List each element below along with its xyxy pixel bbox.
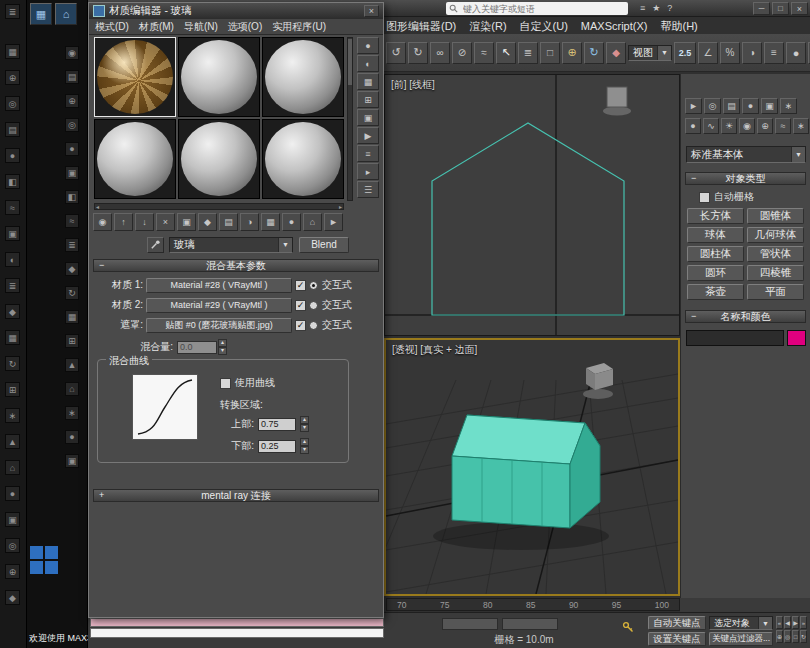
dock-tool-icon[interactable]: ◆ [65, 262, 79, 276]
dock-tool-icon[interactable]: ≣ [5, 278, 20, 293]
dock-tool-icon[interactable]: ▣ [65, 166, 79, 180]
mix-amount-spinner[interactable]: ▴▾ [218, 339, 227, 355]
slot-scrollbar-vertical[interactable] [347, 37, 353, 201]
auto-key-button[interactable]: 自动关键点 [648, 616, 706, 630]
material-tool-icon[interactable]: ◐ [357, 55, 379, 72]
select-and-link-icon[interactable]: ∞ [430, 42, 450, 64]
mini-listener-strip[interactable] [90, 628, 384, 638]
dock-tool-icon[interactable]: ◧ [5, 174, 20, 189]
material-tool-icon[interactable]: ◑ [240, 213, 259, 231]
key-filters-button[interactable]: 关键点过滤器... [709, 632, 773, 646]
category-icon[interactable]: ≈ [775, 118, 791, 134]
material-tool-icon[interactable]: ◆ [198, 213, 217, 231]
titlebar-icon[interactable]: ★ [652, 3, 660, 13]
object-type-button[interactable]: 管状体 [747, 246, 804, 262]
material-tool-icon[interactable]: ● [357, 37, 379, 54]
material-slot[interactable] [94, 37, 176, 117]
menu-item[interactable]: 选项(O) [228, 20, 262, 34]
menu-item[interactable]: 材质(M) [139, 20, 174, 34]
material-slot[interactable] [178, 119, 260, 199]
house-model[interactable] [452, 415, 600, 528]
dock-tool-icon[interactable]: ▦ [5, 330, 20, 345]
titlebar-icon[interactable]: ? [667, 3, 672, 13]
percent-snap-icon[interactable]: % [720, 42, 740, 64]
dock-tool-icon[interactable]: ≈ [65, 214, 79, 228]
search-input[interactable] [461, 3, 625, 15]
material-name-dropdown[interactable]: 玻璃▼ [169, 237, 293, 253]
category-icon[interactable]: ∿ [703, 118, 719, 134]
dock-tool-icon[interactable]: ● [5, 486, 20, 501]
material-tool-icon[interactable]: ▣ [177, 213, 196, 231]
select-and-scale-icon[interactable]: ◆ [606, 42, 626, 64]
dock-tool-icon[interactable]: ◧ [65, 190, 79, 204]
material-tool-icon[interactable]: ⌂ [303, 213, 322, 231]
menu-item[interactable]: 模式(D) [95, 20, 129, 34]
dock-tool-icon[interactable]: ◎ [5, 538, 20, 553]
mental-ray-rollout[interactable]: +mental ray 连接 [93, 489, 379, 502]
dock-tool-icon[interactable]: ⊞ [5, 382, 20, 397]
viewport-nav-icon[interactable]: ↻ [800, 630, 807, 643]
taskbar-tiles[interactable] [30, 546, 60, 574]
dock-tool-icon[interactable]: ↻ [65, 286, 79, 300]
status-field-1[interactable] [442, 618, 498, 630]
material-slot[interactable] [262, 37, 344, 117]
house-wireframe[interactable] [432, 123, 624, 315]
panel-tab-icon[interactable]: ∗ [780, 98, 797, 114]
viewport-nav-icon[interactable]: ▶ [792, 616, 799, 629]
material-tool-icon[interactable]: ≡ [357, 145, 379, 162]
object-type-button[interactable]: 茶壶 [687, 284, 744, 300]
dock-tool-icon[interactable]: ∗ [65, 406, 79, 420]
material-slot[interactable] [178, 37, 260, 117]
dock-tool-icon[interactable]: ⊕ [65, 94, 79, 108]
menu-item[interactable]: 图形编辑器(D) [386, 19, 456, 34]
panel-tab-icon[interactable]: ▤ [723, 98, 740, 114]
object-type-button[interactable]: 圆锥体 [747, 208, 804, 224]
scroll-left-icon[interactable]: ◂ [96, 203, 99, 210]
viewport-nav-icon[interactable]: ◀ [784, 616, 791, 629]
dock-tool-icon[interactable]: ▲ [65, 358, 79, 372]
scene-object-box[interactable] [583, 363, 613, 399]
autogrid-checkbox[interactable] [699, 192, 710, 203]
key-mode-dropdown[interactable]: 选定对象▼ [709, 616, 773, 630]
material-tool-icon[interactable]: ● [282, 213, 301, 231]
minimize-icon[interactable]: ─ [753, 2, 770, 15]
dock-tool-icon[interactable]: ◆ [5, 590, 20, 605]
object-name-field[interactable] [686, 330, 784, 346]
material-slot[interactable] [262, 119, 344, 199]
close-icon[interactable]: × [364, 5, 379, 17]
category-icon[interactable]: ⊕ [757, 118, 773, 134]
material-tool-icon[interactable]: ▦ [357, 73, 379, 90]
category-icon[interactable]: ● [685, 118, 701, 134]
mirror-icon[interactable]: ◑ [742, 42, 762, 64]
object-color-swatch[interactable] [787, 330, 806, 346]
dock-tool-icon[interactable]: ● [65, 430, 79, 444]
material1-enable-checkbox[interactable]: ✓ [295, 280, 306, 291]
material2-button[interactable]: Material #29 ( VRayMtl ) [146, 298, 292, 313]
dock-tool-icon[interactable]: ● [65, 142, 79, 156]
angle-snap-icon[interactable]: ∠ [698, 42, 718, 64]
panel-tab-icon[interactable]: ▣ [761, 98, 778, 114]
category-icon[interactable]: ∗ [793, 118, 809, 134]
select-and-move-icon[interactable]: ⊕ [562, 42, 582, 64]
object-type-button[interactable]: 圆环 [687, 265, 744, 281]
dock-tool-icon[interactable]: ◐ [5, 252, 20, 267]
select-by-name-icon[interactable]: ≣ [518, 42, 538, 64]
unlink-selection-icon[interactable]: ⊘ [452, 42, 472, 64]
dock-tool-icon[interactable]: ⊕ [5, 564, 20, 579]
material2-enable-checkbox[interactable]: ✓ [295, 300, 306, 311]
maximize-icon[interactable]: □ [772, 2, 789, 15]
search-box[interactable] [446, 2, 628, 15]
material1-button[interactable]: Material #28 ( VRayMtl ) [146, 278, 292, 293]
panel-tab-icon[interactable]: ◎ [704, 98, 721, 114]
keyboard-override-icon[interactable] [622, 619, 634, 637]
object-type-rollout[interactable]: −对象类型 [685, 172, 806, 185]
material-tool-icon[interactable]: × [156, 213, 175, 231]
material-editor-icon[interactable]: ● [786, 42, 806, 64]
close-icon[interactable]: × [791, 2, 808, 15]
object-type-button[interactable]: 圆柱体 [687, 246, 744, 262]
name-color-rollout[interactable]: −名称和颜色 [685, 310, 806, 323]
lower-spinner[interactable]: ▴▾ [300, 438, 309, 454]
dock-tool-icon[interactable]: ∗ [5, 408, 20, 423]
dock-tool-icon[interactable]: ▣ [5, 512, 20, 527]
dock-tool-icon[interactable]: ◆ [5, 304, 20, 319]
